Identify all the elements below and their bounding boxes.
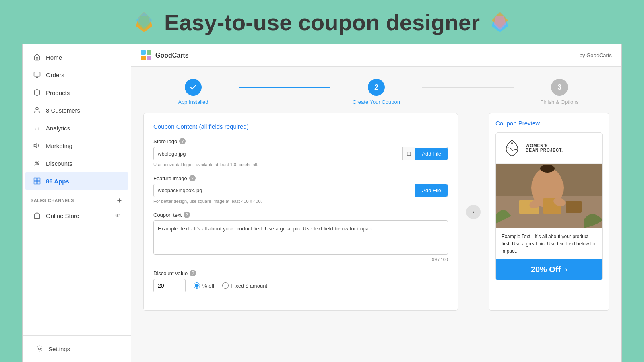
percent-off-radio-input[interactable] — [194, 282, 200, 289]
store-logo-add-file-btn[interactable]: Add File — [415, 148, 448, 160]
preview-panel: Coupon Preview WOMEN'S — [489, 113, 609, 311]
coupon-brand-line2: BEAN PROJECT. — [526, 148, 563, 152]
preview-title: Coupon Preview — [495, 120, 603, 127]
banner: Easy-to-use coupon designer — [0, 0, 644, 44]
step-2: 2 Create Your Coupon — [330, 79, 422, 105]
customers-icon — [33, 106, 41, 114]
sidebar-item-apps[interactable]: 86 Apps — [25, 172, 128, 190]
svg-rect-23 — [147, 50, 151, 55]
content-split: Coupon Content (all fields required) Sto… — [131, 113, 621, 319]
feature-image-help-icon[interactable]: ? — [189, 175, 196, 181]
coupon-text-label: Coupon text ? — [153, 212, 448, 218]
content-area: GoodCarts by GoodCarts App Installed 2 C… — [131, 44, 621, 362]
discount-value-group: Discount value ? % off Fixed — [153, 270, 448, 292]
add-channel-icon[interactable]: ＋ — [116, 195, 123, 205]
char-count: 99 / 100 — [153, 257, 448, 262]
step-1-circle — [185, 79, 202, 96]
sidebar-label-home: Home — [46, 54, 62, 61]
sidebar-item-settings[interactable]: Settings — [27, 340, 126, 358]
sidebar-label-products: Products — [46, 89, 70, 96]
sidebar-item-products[interactable]: Products — [25, 84, 128, 101]
feature-image-label: Feature image ? — [153, 175, 448, 181]
settings-icon — [35, 345, 43, 353]
discount-value-label: Discount value ? — [153, 270, 448, 276]
svg-rect-17 — [34, 178, 37, 181]
coupon-card: WOMEN'S BEAN PROJECT. — [495, 132, 603, 280]
feature-image-input-row: wbppackingbox.jpg Add File — [153, 184, 448, 197]
next-arrow-btn[interactable]: › — [466, 205, 481, 219]
home-icon — [33, 53, 41, 61]
sales-channels-label: SALES CHANNELS — [31, 198, 74, 203]
online-store-left: Online Store — [33, 212, 79, 220]
coupon-feature-image — [496, 164, 602, 228]
coupon-brand-name: WOMEN'S BEAN PROJECT. — [526, 144, 563, 152]
sidebar-label-discounts: Discounts — [46, 160, 72, 167]
coupon-cta-text: 20% Off — [531, 265, 561, 274]
fixed-amount-radio-input[interactable] — [222, 282, 229, 289]
svg-rect-22 — [141, 50, 146, 55]
main-wrapper: Home Orders Products 8 Customers Analyti… — [22, 44, 622, 362]
sidebar-item-marketing[interactable]: Marketing — [25, 137, 128, 154]
svg-line-16 — [35, 161, 39, 166]
sidebar-item-online-store[interactable]: Online Store 👁 — [25, 208, 128, 224]
app-logo: GoodCarts — [141, 50, 189, 61]
coupon-brand-line1: WOMEN'S — [526, 144, 563, 148]
step-1: App Installed — [147, 79, 239, 105]
percent-off-label: % off — [202, 283, 214, 289]
sidebar-label-customers: 8 Customers — [46, 107, 80, 114]
coupon-image-svg — [496, 164, 602, 228]
coupon-logo-area: WOMEN'S BEAN PROJECT. — [496, 133, 602, 164]
sidebar-label-marketing: Marketing — [46, 142, 72, 149]
fixed-amount-radio[interactable]: Fixed $ amount — [222, 282, 267, 289]
sidebar-item-customers[interactable]: 8 Customers — [25, 101, 128, 119]
store-logo-filename: wbplogo.jpg — [154, 148, 402, 160]
store-logo-help-icon[interactable]: ? — [179, 138, 186, 144]
app-logo-text: GoodCarts — [155, 52, 189, 59]
products-icon — [33, 88, 41, 97]
svg-rect-24 — [141, 56, 146, 60]
coupon-preview-text: Example Text - It's all about your produ… — [496, 228, 602, 259]
marketing-icon — [33, 142, 41, 150]
svg-marker-13 — [34, 144, 37, 148]
step-1-label: App Installed — [178, 99, 208, 105]
banner-icon-left — [132, 10, 156, 34]
banner-icon-right — [488, 10, 512, 34]
discount-amount-input[interactable] — [153, 279, 186, 292]
orders-icon — [33, 71, 41, 79]
discount-type-radio-group: % off Fixed $ amount — [194, 282, 267, 289]
store-logo-input-row: wbplogo.jpg ⊞ Add File — [153, 147, 448, 160]
percent-off-radio[interactable]: % off — [194, 282, 214, 289]
sidebar-item-home[interactable]: Home — [25, 48, 128, 66]
form-panel-title: Coupon Content (all fields required) — [153, 123, 448, 130]
store-logo-file-icon[interactable]: ⊞ — [402, 147, 415, 160]
sidebar-item-orders[interactable]: Orders — [25, 66, 128, 84]
sales-channels-header: SALES CHANNELS ＋ — [23, 190, 131, 208]
discount-value-help-icon[interactable]: ? — [190, 270, 196, 276]
feature-image-add-file-btn[interactable]: Add File — [415, 184, 448, 197]
svg-point-21 — [39, 348, 41, 350]
coupon-cta-button[interactable]: 20% Off › — [496, 259, 602, 280]
coupon-text-area[interactable] — [153, 220, 448, 255]
form-panel: Coupon Content (all fields required) Sto… — [143, 113, 458, 311]
sidebar-item-analytics[interactable]: Analytics — [25, 119, 128, 137]
top-bar: GoodCarts by GoodCarts — [131, 44, 621, 67]
sidebar-bottom: Settings — [23, 335, 131, 362]
sidebar-label-orders: Orders — [46, 72, 64, 78]
coupon-text-help-icon[interactable]: ? — [184, 212, 190, 218]
svg-point-14 — [35, 162, 37, 163]
steps-container: App Installed 2 Create Your Coupon 3 Fin… — [131, 67, 621, 113]
step-2-circle: 2 — [368, 79, 385, 96]
svg-rect-19 — [34, 181, 37, 184]
feature-image-filename: wbppackingbox.jpg — [154, 184, 415, 197]
sidebar-label-analytics: Analytics — [46, 125, 70, 132]
discounts-icon — [33, 159, 41, 167]
step-2-label: Create Your Coupon — [353, 99, 400, 105]
svg-rect-18 — [37, 178, 40, 181]
sidebar-item-discounts[interactable]: Discounts — [25, 154, 128, 172]
coupon-cta-arrow-icon: › — [565, 265, 567, 274]
eye-icon[interactable]: 👁 — [115, 212, 120, 219]
fixed-amount-label: Fixed $ amount — [231, 283, 267, 289]
feature-image-group: Feature image ? wbppackingbox.jpg Add Fi… — [153, 175, 448, 204]
svg-point-31 — [540, 165, 555, 173]
step-3-label: Finish & Options — [541, 99, 579, 105]
